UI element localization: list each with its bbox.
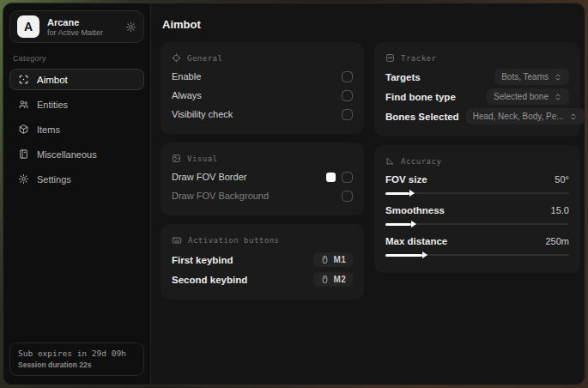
dropdown-row: Bones Selected Head, Neck, Body, Pe...: [385, 106, 569, 126]
main-content: Aimbot General: [151, 3, 585, 385]
draw-fov-background-checkbox[interactable]: [342, 191, 353, 202]
sidebar-item-settings[interactable]: Settings: [9, 168, 144, 190]
max-distance-slider[interactable]: [385, 254, 569, 256]
sidebar-item-aimbot[interactable]: Aimbot: [9, 69, 144, 90]
game-background: A Arcane for Active Matter Category: [0, 0, 588, 388]
panel-title: General: [187, 54, 222, 63]
sidebar-item-miscellaneous[interactable]: Miscellaneous: [9, 143, 144, 165]
bones-selected-select[interactable]: Head, Neck, Body, Pe...: [466, 108, 585, 124]
accuracy-panel: Accuracy FOV size 50°: [374, 145, 580, 273]
sidebar-item-label: Entities: [37, 100, 68, 110]
target-icon: [172, 53, 181, 63]
app-subtitle: for Active Matter: [47, 28, 118, 37]
panel-title: Tracker: [401, 54, 436, 63]
slider-thumb[interactable]: [422, 252, 427, 258]
sidebar-item-items[interactable]: Items: [9, 118, 144, 140]
session-duration-text: Session duration 22s: [18, 361, 136, 369]
dropdown-row: Find bone type Selected bone: [385, 87, 569, 106]
slider-row: Max distance 250m: [385, 236, 569, 263]
visual-panel: Visual Draw FOV Border Draw FOV Backgrou…: [161, 142, 364, 215]
mouse-icon: [320, 255, 330, 264]
image-icon: [172, 154, 181, 163]
cube-icon: [18, 124, 29, 135]
sidebar-item-entities[interactable]: Entities: [9, 94, 144, 115]
setting-row: Enable: [172, 67, 353, 86]
fov-border-color-swatch[interactable]: [326, 173, 336, 182]
cheat-menu-window: A Arcane for Active Matter Category: [3, 3, 585, 385]
settings-gear-icon[interactable]: [125, 21, 136, 33]
setting-row: Always: [172, 86, 353, 105]
draw-fov-border-checkbox[interactable]: [342, 172, 353, 183]
max-distance-value: 250m: [545, 236, 569, 246]
general-panel: General Enable Always Visibility check: [161, 42, 364, 134]
always-checkbox[interactable]: [342, 90, 353, 101]
setting-row: Draw FOV Background: [172, 186, 353, 205]
sidebar-item-label: Aimbot: [37, 75, 68, 85]
slider-thumb[interactable]: [409, 190, 415, 197]
setting-row: Visibility check: [172, 105, 353, 124]
notebook-icon: [18, 149, 29, 160]
keyboard-icon: [172, 235, 182, 246]
category-label: Category: [13, 54, 144, 63]
app-header-card: A Arcane for Active Matter: [9, 10, 144, 43]
keybind-row: First keybind M1: [172, 250, 353, 270]
tracker-panel: Tracker Targets Bots, Teams: [374, 42, 580, 136]
slider-thumb[interactable]: [411, 221, 416, 227]
targets-select[interactable]: Bots, Teams: [494, 69, 569, 85]
chevrons-up-down-icon: [554, 93, 562, 101]
app-logo: A: [17, 15, 39, 38]
fov-size-value: 50°: [555, 174, 569, 185]
panel-title: Visual: [187, 155, 218, 163]
angle-icon: [385, 156, 395, 166]
sidebar-item-label: Items: [37, 124, 60, 135]
second-keybind-button[interactable]: M2: [313, 272, 354, 287]
enable-checkbox[interactable]: [342, 71, 353, 82]
mouse-icon: [320, 275, 330, 284]
people-icon: [18, 99, 29, 110]
sub-expiry-text: Sub expires in 29d 09h: [18, 349, 136, 358]
sidebar: A Arcane for Active Matter Category: [3, 3, 151, 385]
first-keybind-button[interactable]: M1: [313, 252, 354, 267]
setting-row: Draw FOV Border: [172, 167, 353, 186]
sidebar-item-label: Settings: [37, 174, 71, 185]
panel-title: Accuracy: [401, 157, 441, 166]
smoothness-slider[interactable]: [385, 223, 569, 225]
app-title: Arcane: [47, 17, 118, 27]
radar-icon: [385, 53, 395, 63]
sidebar-item-label: Miscellaneous: [37, 149, 97, 160]
page-title: Aimbot: [162, 18, 580, 31]
slider-row: FOV size 50°: [385, 174, 569, 201]
smoothness-value: 15.0: [551, 205, 569, 215]
panel-title: Activation buttons: [188, 236, 280, 245]
find-bone-type-select[interactable]: Selected bone: [487, 88, 569, 105]
category-nav: Aimbot Entities: [9, 69, 144, 190]
fov-size-slider[interactable]: [385, 192, 569, 194]
activation-buttons-panel: Activation buttons First keybind: [161, 224, 364, 300]
chevrons-up-down-icon: [569, 112, 578, 121]
visibility-check-checkbox[interactable]: [342, 109, 353, 120]
subscription-info-card: Sub expires in 29d 09h Session duration …: [9, 343, 144, 376]
keybind-row: Second keybind M2: [172, 270, 353, 289]
slider-row: Smoothness 15.0: [385, 205, 569, 232]
chevrons-up-down-icon: [554, 73, 562, 82]
gear-icon: [18, 173, 29, 185]
crosshair-scan-icon: [18, 74, 29, 85]
dropdown-row: Targets Bots, Teams: [385, 67, 569, 87]
